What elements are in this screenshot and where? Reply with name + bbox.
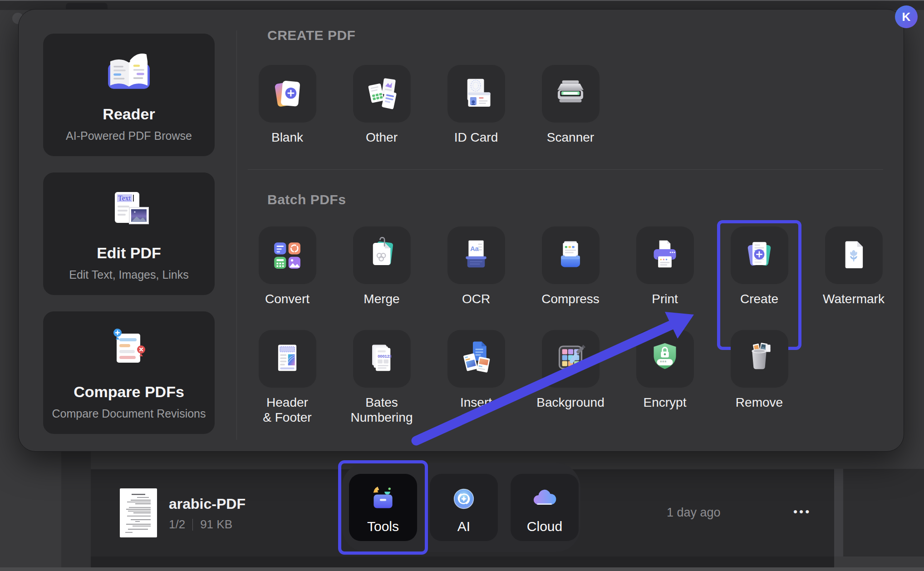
- svg-text:000123: 000123: [378, 354, 392, 358]
- tool-tile-label: Header & Footer: [263, 395, 311, 425]
- watermark-icon: [835, 236, 873, 275]
- dock-button-cloud[interactable]: Cloud: [511, 474, 579, 541]
- convert-icon: [268, 236, 306, 275]
- tool-tile-box: [259, 226, 316, 284]
- dock-button-ai[interactable]: AI: [430, 474, 498, 541]
- tool-tile-remove[interactable]: Remove: [712, 330, 806, 425]
- tool-tile-create[interactable]: Create: [712, 226, 806, 306]
- tool-tile-box: [447, 65, 505, 123]
- create-icon: [740, 236, 778, 275]
- file-more-menu[interactable]: •••: [793, 505, 811, 519]
- tool-tile-label: OCR: [462, 291, 490, 306]
- pdf-thumbnail-image: [122, 490, 155, 536]
- tool-tile-box: [731, 330, 788, 388]
- tool-tile-box: [542, 226, 600, 284]
- dock-button-tools[interactable]: Tools: [349, 474, 417, 541]
- tool-tile-label: Scanner: [547, 130, 594, 145]
- tool-tile-blank[interactable]: Blank: [240, 65, 334, 145]
- panel-edge: [834, 469, 843, 556]
- mode-card-subtitle: Edit Text, Images, Links: [69, 268, 189, 281]
- tool-tile-box: [636, 226, 694, 284]
- blank-icon: [268, 75, 306, 113]
- tool-tile-label: Print: [652, 291, 678, 306]
- tool-tile-box: [542, 65, 600, 123]
- tool-tile-box: [542, 330, 600, 388]
- tool-tile-box: [259, 65, 316, 123]
- ai-icon: [447, 482, 481, 516]
- file-list-panel-footer: [91, 556, 834, 567]
- mode-card-edit-pdf[interactable]: Text Edit PDFEdit Text, Images, Links: [43, 172, 215, 295]
- tool-tile-label: Create: [740, 291, 778, 306]
- insert-icon: [457, 340, 495, 378]
- pdf-thumbnail[interactable]: [120, 488, 157, 537]
- tool-tile-label: Watermark: [823, 291, 885, 306]
- tool-tile-compress[interactable]: Compress: [523, 226, 618, 306]
- mode-card-title: Edit PDF: [97, 244, 161, 262]
- tool-tile-label: Convert: [265, 291, 310, 306]
- merge-icon: [363, 236, 401, 275]
- batch-pdfs-tile-row-2: Header & Footer 000123 Bates Numbering I…: [240, 330, 901, 425]
- tool-tile-box: ***: [636, 330, 694, 388]
- tool-tile-scanner[interactable]: Scanner: [523, 65, 618, 145]
- tool-tile-label: Insert: [460, 395, 492, 410]
- tool-tile-box: [259, 330, 316, 388]
- tool-tile-label: Merge: [364, 291, 399, 306]
- edit-pdf-icon: Text: [104, 189, 154, 236]
- tool-tile-bates-numbering[interactable]: 000123 Bates Numbering: [334, 330, 429, 425]
- tool-tile-other[interactable]: Other: [334, 65, 429, 145]
- id-card-icon: [457, 75, 495, 113]
- file-modified-time: 1 day ago: [667, 506, 721, 520]
- reader-icon: [103, 50, 155, 98]
- tool-tile-label: Other: [366, 130, 398, 145]
- tool-tile-ocr[interactable]: Aa OCR: [429, 226, 523, 306]
- mode-card-reader[interactable]: ReaderAI-Powered PDF Browse: [43, 34, 215, 156]
- window-bottom-edge: [0, 567, 924, 571]
- tool-tile-watermark[interactable]: Watermark: [806, 226, 901, 306]
- svg-text:***: ***: [660, 359, 667, 366]
- tool-tile-convert[interactable]: Convert: [240, 226, 334, 306]
- dock-button-label: Cloud: [527, 519, 562, 534]
- create-pdf-tile-row: Blank Other ID Card Scanner: [240, 65, 618, 145]
- tool-tile-encrypt[interactable]: *** Encrypt: [618, 330, 712, 425]
- batch-pdfs-section-title: Batch PDFs: [267, 192, 346, 207]
- section-divider: [248, 169, 883, 170]
- background-icon: [551, 340, 590, 378]
- svg-text:Text: Text: [118, 194, 131, 202]
- vertical-divider: [236, 30, 237, 440]
- file-name[interactable]: arabic-PDF: [169, 496, 246, 512]
- scanner-icon: [551, 75, 590, 113]
- tool-tile-background[interactable]: Background: [523, 330, 618, 425]
- tool-tile-merge[interactable]: Merge: [334, 226, 429, 306]
- tool-tile-label: Background: [536, 395, 604, 410]
- mode-card-compare-pdfs[interactable]: Compare PDFsCompare Document Revisions: [43, 311, 215, 434]
- window-title-bar: [0, 0, 924, 10]
- tool-tile-insert[interactable]: Insert: [429, 330, 523, 425]
- batch-pdfs-tile-row-1: Convert Merge Aa OCR Compress Print Crea…: [240, 226, 901, 306]
- mode-card-subtitle: Compare Document Revisions: [52, 407, 206, 420]
- tool-tile-box: [731, 226, 788, 284]
- tool-tile-header-footer[interactable]: Header & Footer: [240, 330, 334, 425]
- ocr-icon: Aa: [457, 236, 495, 275]
- svg-text:Aa: Aa: [470, 245, 479, 252]
- tools-icon: [366, 482, 400, 516]
- file-meta: 1/2 91 KB: [169, 517, 232, 532]
- mode-card-title: Compare PDFs: [74, 383, 184, 401]
- mode-card-subtitle: AI-Powered PDF Browse: [66, 129, 192, 143]
- tools-modal: ReaderAI-Powered PDF Browse Text Edit PD…: [18, 9, 904, 452]
- compare-pdfs-icon: [104, 328, 154, 375]
- tool-tile-box: [825, 226, 883, 284]
- tool-tile-id-card[interactable]: ID Card: [429, 65, 523, 145]
- other-icon: [363, 75, 401, 113]
- tool-tile-print[interactable]: Print: [618, 226, 712, 306]
- tool-tile-label: Blank: [271, 130, 303, 145]
- background-area: [843, 469, 924, 556]
- tool-tile-box: [353, 226, 411, 284]
- tool-tile-label: Compress: [541, 291, 600, 306]
- print-icon: [646, 236, 684, 275]
- dock-button-label: Tools: [367, 519, 399, 534]
- cloud-icon: [527, 482, 562, 516]
- encrypt-icon: ***: [646, 340, 684, 378]
- bates-numbering-icon: 000123: [363, 340, 401, 378]
- mode-card-title: Reader: [103, 105, 155, 123]
- user-avatar[interactable]: K: [895, 5, 918, 28]
